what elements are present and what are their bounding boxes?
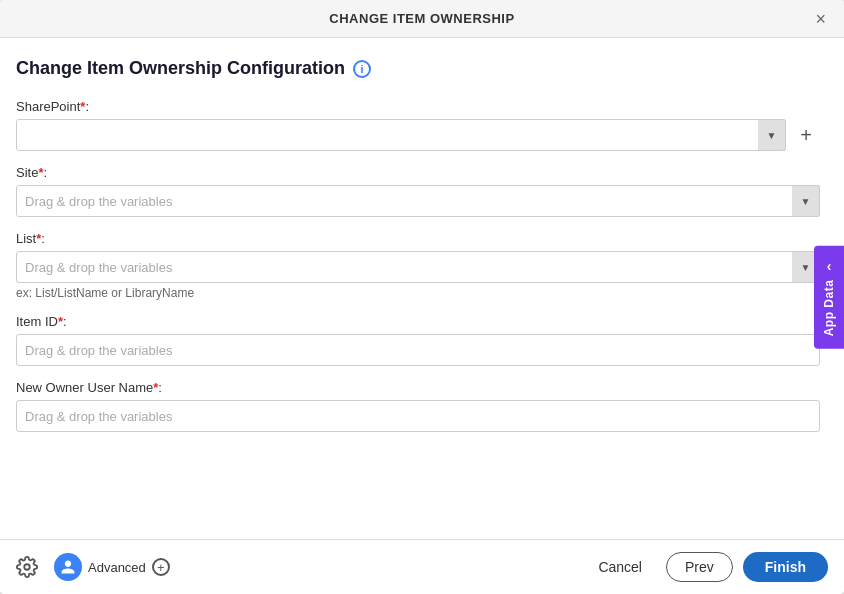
list-drag-drop-input[interactable]: Drag & drop the variables	[16, 251, 820, 283]
page-title-container: Change Item Ownership Configuration i	[16, 58, 820, 79]
settings-button[interactable]	[16, 556, 38, 578]
list-field-group: List*: Drag & drop the variables ▼ ex: L…	[16, 231, 820, 300]
close-button[interactable]: ×	[809, 8, 832, 30]
cancel-button[interactable]: Cancel	[584, 553, 656, 581]
advanced-label: Advanced	[88, 560, 146, 575]
site-input-wrapper: Drag & drop the variables ▼	[16, 185, 820, 217]
list-hint: ex: List/ListName or LibraryName	[16, 286, 820, 300]
sharepoint-field-group: SharePoint*: ▼ +	[16, 99, 820, 151]
bottom-right-actions: Cancel Prev Finish	[584, 552, 828, 582]
list-label: List*:	[16, 231, 820, 246]
item-id-label: Item ID*:	[16, 314, 820, 329]
gear-icon	[16, 556, 38, 578]
title-bar: CHANGE ITEM OWNERSHIP ×	[0, 0, 844, 38]
chevron-left-icon: ‹	[827, 258, 832, 274]
site-label: Site*:	[16, 165, 820, 180]
sharepoint-add-button[interactable]: +	[792, 121, 820, 149]
app-data-tab-inner[interactable]: ‹ App Data	[814, 246, 844, 349]
site-drag-drop-input[interactable]: Drag & drop the variables	[16, 185, 820, 217]
person-icon	[60, 559, 76, 575]
item-id-field-group: Item ID*:	[16, 314, 820, 366]
item-id-input[interactable]	[16, 334, 820, 366]
info-icon[interactable]: i	[353, 60, 371, 78]
new-owner-field-group: New Owner User Name*:	[16, 380, 820, 432]
sharepoint-label: SharePoint*:	[16, 99, 820, 114]
svg-point-0	[24, 564, 30, 570]
bottom-left-actions: Advanced +	[16, 553, 170, 581]
app-data-label: App Data	[822, 280, 836, 337]
main-content: Change Item Ownership Configuration i Sh…	[0, 38, 844, 539]
new-owner-label: New Owner User Name*:	[16, 380, 820, 395]
list-input-wrapper: Drag & drop the variables ▼	[16, 251, 820, 283]
advanced-button[interactable]: Advanced +	[54, 553, 170, 581]
new-owner-input[interactable]	[16, 400, 820, 432]
dialog-title: CHANGE ITEM OWNERSHIP	[329, 11, 514, 26]
advanced-plus-icon: +	[152, 558, 170, 576]
bottom-bar: Advanced + Cancel Prev Finish	[0, 539, 844, 594]
prev-button[interactable]: Prev	[666, 552, 733, 582]
modal-dialog: CHANGE ITEM OWNERSHIP × ‹ App Data Chang…	[0, 0, 844, 594]
site-field-group: Site*: Drag & drop the variables ▼	[16, 165, 820, 217]
site-placeholder: Drag & drop the variables	[25, 194, 787, 209]
page-title-text: Change Item Ownership Configuration	[16, 58, 345, 79]
sharepoint-select[interactable]	[16, 119, 786, 151]
user-icon	[54, 553, 82, 581]
finish-button[interactable]: Finish	[743, 552, 828, 582]
app-data-tab[interactable]: ‹ App Data	[814, 246, 844, 349]
list-placeholder: Drag & drop the variables	[25, 260, 787, 275]
